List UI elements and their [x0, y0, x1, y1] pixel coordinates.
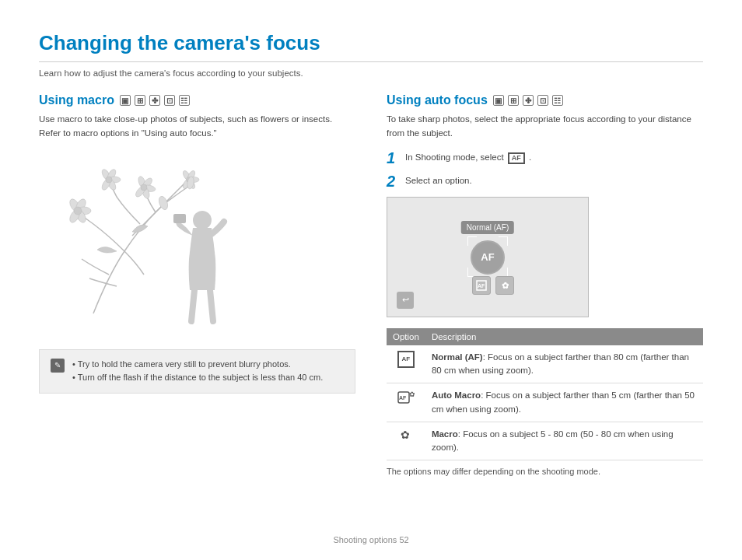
page-title: Changing the camera's focus — [39, 31, 703, 62]
step-1-num: 1 — [387, 150, 399, 166]
automacro-description: Auto Macro: Focus on a subject farther t… — [425, 383, 703, 422]
col-description-header: Description — [425, 328, 703, 345]
step-2-num: 2 — [387, 173, 399, 189]
svg-point-26 — [193, 211, 212, 229]
mode-icon-5: ☷ — [179, 95, 190, 106]
step-2: 2 Select an option. — [387, 173, 703, 189]
automacro-bold: Auto Macro — [432, 390, 481, 400]
af-badge-inline: AF — [508, 152, 525, 164]
macro-mode-icons: ▣ ⊞ ✤ ⊡ ☷ — [119, 95, 191, 106]
macro-illustration — [39, 150, 241, 337]
af-mode-icon-2: ⊞ — [508, 95, 519, 106]
table-row: ✿ Macro: Focus on a subject 5 - 80 cm (5… — [387, 422, 703, 460]
mode-icon-4: ⊡ — [164, 95, 175, 106]
note-line-1: • Try to hold the camera very still to p… — [72, 358, 323, 372]
autofocus-body: To take sharp photos, select the appropr… — [387, 112, 703, 141]
camera-ui-inner: Normal (AF) AF — [387, 198, 588, 317]
small-icon-af: AF — [472, 276, 491, 295]
autofocus-heading-text: Using auto focus — [387, 93, 488, 107]
macro-note-box: ✎ • Try to hold the camera very still to… — [39, 349, 355, 394]
normal-af-tooltip: Normal (AF) — [461, 221, 514, 234]
table-row: AF ✿ Auto Macro: Focus on a subject fart… — [387, 383, 703, 422]
normal-af-bold: Normal (AF) — [432, 352, 483, 362]
svg-rect-27 — [173, 214, 186, 223]
svg-text:✿: ✿ — [401, 429, 410, 441]
svg-point-17 — [141, 184, 147, 191]
af-mode-icon-4: ⊡ — [537, 95, 548, 106]
macro-table-icon-cell: ✿ — [387, 422, 425, 460]
two-col-layout: Using macro ▣ ⊞ ✤ ⊡ ☷ Use macro to take … — [39, 93, 703, 476]
note-content: • Try to hold the camera very still to p… — [72, 358, 323, 385]
step-1: 1 In Shooting mode, select AF . — [387, 150, 703, 166]
macro-body: Use macro to take close-up photos of sub… — [39, 112, 355, 141]
svg-point-11 — [106, 177, 112, 183]
autofocus-heading: Using auto focus ▣ ⊞ ✤ ⊡ ☷ — [387, 93, 703, 107]
mode-icon-2: ⊞ — [135, 95, 145, 106]
table-row: AF Normal (AF): Focus on a subject farth… — [387, 345, 703, 383]
small-icons-row: AF ✿ — [472, 276, 514, 295]
step-1-text: In Shooting mode, select AF . — [405, 150, 531, 164]
macro-section: Using macro ▣ ⊞ ✤ ⊡ ☷ Use macro to take … — [39, 93, 355, 476]
note-icon: ✎ — [51, 359, 65, 373]
af-mode-icon-1: ▣ — [493, 95, 504, 106]
table-header-row: Option Description — [387, 328, 703, 345]
macro-table-icon: ✿ — [399, 432, 413, 444]
normal-af-icon: AF — [397, 351, 415, 368]
svg-point-5 — [74, 207, 82, 215]
mode-icon-1: ▣ — [120, 95, 131, 106]
macro-bold: Macro — [432, 429, 458, 439]
small-icon-macro: ✿ — [495, 276, 514, 295]
svg-text:✿: ✿ — [502, 281, 509, 290]
camera-ui-preview: Normal (AF) AF — [387, 197, 589, 317]
af-mode-icon-3: ✤ — [523, 95, 534, 106]
svg-text:AF: AF — [399, 395, 407, 401]
automacro-icon-cell: AF ✿ — [387, 383, 425, 422]
svg-text:✿: ✿ — [409, 390, 415, 398]
autofocus-mode-icons: ▣ ⊞ ✤ ⊡ ☷ — [492, 95, 564, 106]
options-table: Option Description AF Normal (AF): Focus… — [387, 328, 703, 461]
options-footer-note: The options may differ depending on the … — [387, 467, 703, 476]
mode-icon-3: ✤ — [149, 95, 160, 106]
normal-af-description: Normal (AF): Focus on a subject farther … — [425, 345, 703, 383]
macro-heading: Using macro ▣ ⊞ ✤ ⊡ ☷ — [39, 93, 355, 107]
page-footer-text: Shooting options 52 — [333, 535, 408, 544]
note-line-2: • Turn off the flash if the distance to … — [72, 371, 323, 385]
page: Changing the camera's focus Learn how to… — [0, 0, 742, 560]
back-button[interactable]: ↩ — [397, 292, 414, 309]
af-mode-icon-5: ☷ — [552, 95, 563, 106]
col-option-header: Option — [387, 328, 425, 345]
page-subtitle: Learn how to adjust the camera's focus a… — [39, 68, 703, 78]
automacro-icon: AF ✿ — [397, 396, 415, 408]
autofocus-section: Using auto focus ▣ ⊞ ✤ ⊡ ☷ To take sharp… — [387, 93, 703, 476]
normal-af-icon-cell: AF — [387, 345, 425, 383]
af-corner-brackets — [467, 236, 508, 277]
step-2-text: Select an option. — [405, 173, 472, 187]
macro-table-description: Macro: Focus on a subject 5 - 80 cm (50 … — [425, 422, 703, 460]
page-footer: Shooting options 52 — [0, 535, 742, 544]
svg-text:AF: AF — [478, 283, 485, 289]
macro-heading-text: Using macro — [39, 93, 114, 107]
